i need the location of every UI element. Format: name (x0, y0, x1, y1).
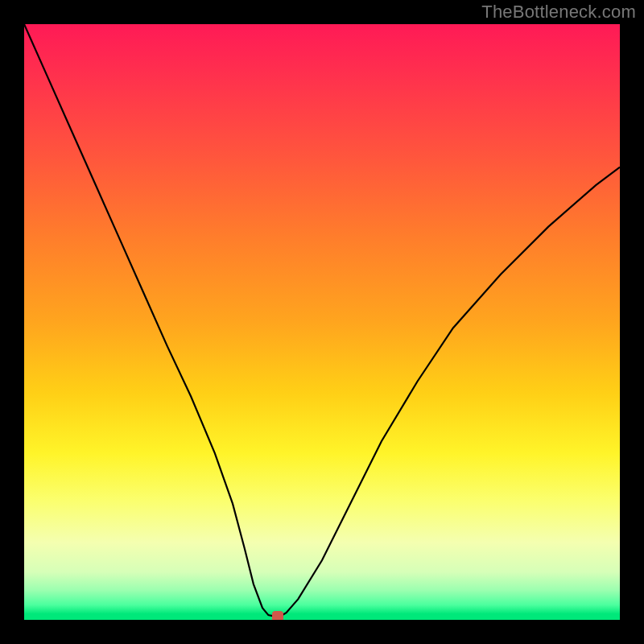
chart-container: TheBottleneck.com (0, 0, 644, 644)
attribution-text: TheBottleneck.com (481, 2, 636, 23)
curve-svg (24, 24, 620, 620)
bottleneck-curve (24, 24, 620, 617)
optimal-point-marker (272, 611, 283, 620)
plot-area (24, 24, 620, 620)
